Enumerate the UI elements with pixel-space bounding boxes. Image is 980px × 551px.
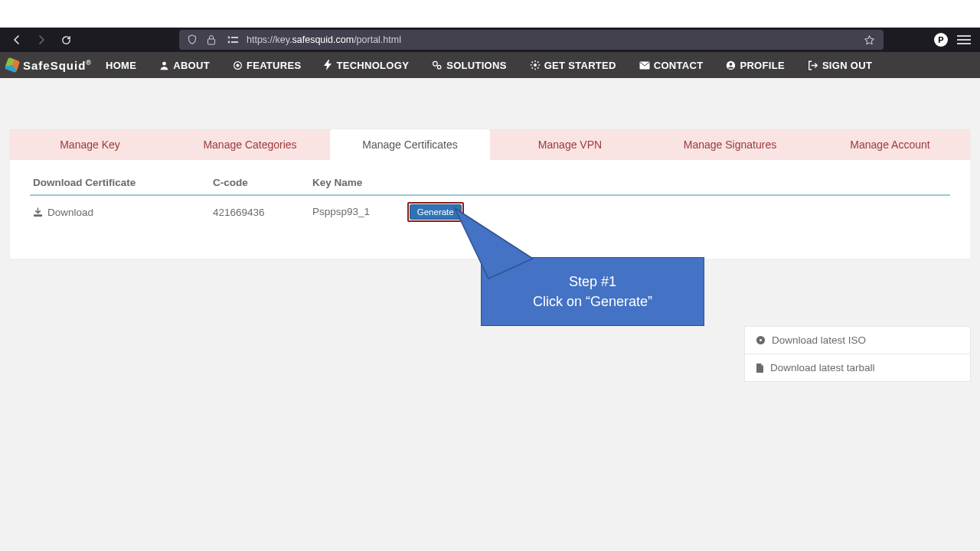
instruction-callout: Step #1 Click on “Generate” — [481, 257, 704, 326]
svg-point-8 — [433, 61, 438, 66]
download-tarball-link[interactable]: Download latest tarball — [744, 354, 971, 382]
tab-manage-certificates[interactable]: Manage Certificates — [330, 129, 490, 160]
svg-point-7 — [236, 64, 239, 67]
nav-technology[interactable]: TECHNOLOGY — [315, 52, 418, 78]
bookmark-star-icon[interactable] — [864, 34, 876, 46]
address-bar[interactable]: https://key.safesquid.com/portal.html — [179, 30, 884, 50]
profile-icon — [726, 60, 736, 70]
brand-logo[interactable]: SafeSquid® — [6, 59, 92, 72]
url-text: https://key.safesquid.com/portal.html — [247, 34, 401, 45]
cell-c-code: 421669436 — [210, 195, 309, 228]
download-iso-link[interactable]: Download latest ISO — [744, 326, 971, 354]
logo-icon — [5, 57, 21, 73]
svg-point-10 — [534, 64, 537, 67]
tab-manage-key[interactable]: Manage Key — [10, 129, 170, 160]
forward-button[interactable] — [31, 29, 52, 51]
svg-point-1 — [228, 37, 230, 39]
callout-pointer-icon — [441, 204, 686, 334]
shield-icon — [187, 34, 199, 45]
browser-menu-button[interactable] — [957, 35, 971, 44]
sign-out-icon — [808, 60, 818, 70]
cell-key-name: Psppsp93_1 — [312, 206, 404, 217]
col-key-name: Key Name — [309, 172, 950, 195]
nav-get-started[interactable]: GET STARTED — [521, 52, 626, 78]
svg-point-3 — [228, 41, 230, 44]
nav-sign-out[interactable]: SIGN OUT — [799, 52, 881, 78]
svg-rect-4 — [231, 41, 238, 43]
svg-point-13 — [730, 63, 733, 66]
disc-icon — [756, 335, 766, 345]
bolt-icon — [324, 60, 332, 70]
nav-profile[interactable]: PROFILE — [717, 52, 793, 78]
nav-about[interactable]: ABOUT — [150, 52, 219, 78]
svg-rect-2 — [231, 37, 238, 38]
svg-point-5 — [162, 61, 166, 65]
svg-marker-17 — [455, 208, 533, 279]
target-icon — [233, 60, 243, 70]
nav-features[interactable]: FEATURES — [224, 52, 311, 78]
svg-point-16 — [760, 339, 762, 341]
nav-home[interactable]: HOME — [96, 52, 145, 78]
tab-bar: Manage Key Manage Categories Manage Cert… — [10, 129, 970, 160]
mail-icon — [639, 61, 650, 70]
profile-avatar[interactable]: P — [934, 33, 948, 47]
permissions-icon — [227, 35, 239, 44]
nav-solutions[interactable]: SOLUTIONS — [423, 52, 516, 78]
tab-manage-categories[interactable]: Manage Categories — [170, 129, 330, 160]
nav-contact[interactable]: CONTACT — [630, 52, 713, 78]
svg-rect-0 — [208, 39, 215, 44]
gear-icon — [530, 60, 541, 70]
browser-toolbar: https://key.safesquid.com/portal.html P — [0, 28, 980, 52]
user-icon — [159, 60, 169, 70]
site-navbar: SafeSquid® HOME ABOUT FEATURES TECHNOLOG… — [0, 52, 980, 78]
download-icon — [33, 207, 43, 217]
browser-tab-strip — [0, 0, 980, 28]
col-download-certificate: Download Certificate — [30, 172, 210, 195]
download-link[interactable]: Download — [33, 207, 207, 218]
col-c-code: C-code — [210, 172, 309, 195]
download-sidebar: Download latest ISO Download latest tarb… — [744, 326, 971, 382]
cogs-icon — [432, 60, 443, 70]
lock-icon — [207, 34, 219, 45]
tab-manage-vpn[interactable]: Manage VPN — [490, 129, 650, 160]
back-button[interactable] — [6, 29, 28, 51]
tab-manage-account[interactable]: Manage Account — [810, 129, 970, 160]
tab-manage-signatures[interactable]: Manage Signatures — [650, 129, 810, 160]
svg-point-9 — [438, 65, 442, 69]
svg-rect-14 — [34, 214, 42, 217]
file-icon — [756, 363, 764, 373]
reload-button[interactable] — [55, 29, 77, 51]
